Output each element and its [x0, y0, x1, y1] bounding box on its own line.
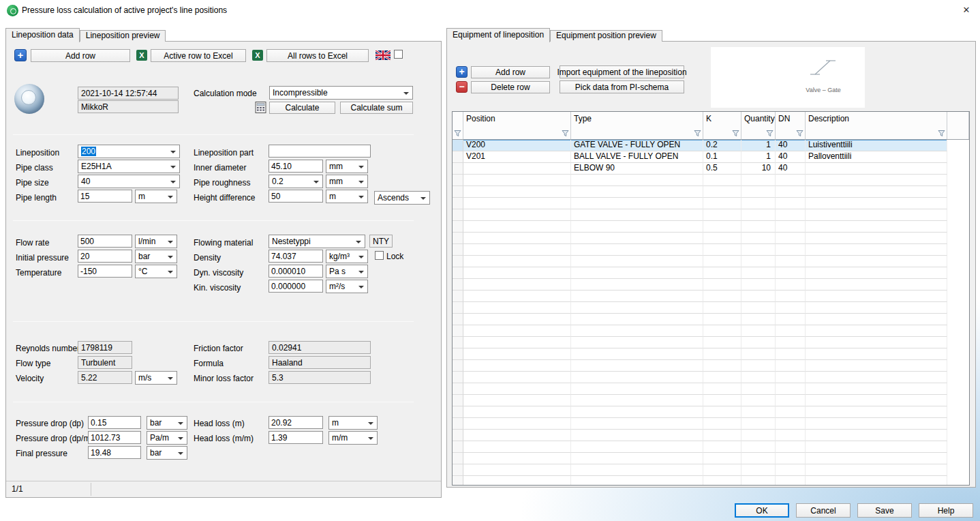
calculator-icon[interactable] — [255, 102, 266, 115]
height-difference-input[interactable] — [269, 190, 323, 203]
col-quantity[interactable]: Quantity — [741, 112, 776, 126]
import-equipment-button[interactable]: Import equipment of the lineposition — [560, 65, 684, 78]
equipment-row[interactable] — [453, 360, 947, 372]
flowing-material-combo[interactable]: Nestetyppi — [269, 235, 365, 248]
delete-row-button[interactable]: Delete row — [471, 81, 550, 93]
lineposition-part-input[interactable] — [269, 145, 371, 158]
add-row-button[interactable]: Add row — [471, 66, 550, 78]
col-description[interactable]: Description — [806, 112, 947, 126]
calculation-mode-combo[interactable]: Incompressible — [269, 86, 413, 100]
tab-lineposition-data[interactable]: Lineposition data — [5, 28, 80, 42]
col-dn[interactable]: DN — [776, 112, 806, 126]
flow-rate-unit-combo[interactable]: l/min — [135, 235, 177, 248]
filter-icon[interactable] — [938, 130, 945, 137]
equipment-row[interactable] — [453, 406, 947, 418]
pressure-drop-per-m-unit-combo[interactable]: Pa/m — [147, 431, 187, 445]
equipment-row[interactable] — [453, 453, 947, 464]
pressure-drop-per-m-input[interactable] — [88, 431, 141, 444]
dyn-viscosity-input[interactable] — [269, 265, 323, 278]
tab-equipment-position-preview[interactable]: Equipment position preview — [550, 30, 662, 42]
filter-icon[interactable] — [796, 130, 803, 137]
equipment-row[interactable] — [453, 441, 947, 453]
inner-diameter-unit-combo[interactable]: mm — [326, 160, 368, 173]
final-pressure-unit-combo[interactable]: bar — [147, 446, 187, 460]
col-type[interactable]: Type — [571, 112, 703, 126]
equipment-row[interactable] — [453, 395, 947, 406]
ok-button[interactable]: OK — [735, 503, 789, 518]
pipe-length-unit-combo[interactable]: m — [135, 190, 177, 203]
pipe-size-combo[interactable]: 40 — [78, 175, 180, 188]
equipment-row[interactable] — [453, 348, 947, 360]
calculate-button[interactable]: Calculate — [269, 102, 335, 114]
equipment-row[interactable] — [453, 383, 947, 395]
kin-viscosity-unit-combo[interactable]: m²/s — [326, 280, 368, 293]
filter-icon[interactable] — [562, 130, 569, 137]
equipment-row[interactable] — [453, 418, 947, 430]
head-loss-m-unit-combo[interactable]: m — [328, 416, 378, 430]
equipment-row[interactable] — [453, 464, 947, 476]
equipment-row[interactable] — [453, 233, 947, 244]
tab-lineposition-preview[interactable]: Lineposition preview — [80, 30, 166, 42]
pressure-drop-unit-combo[interactable]: bar — [147, 416, 187, 430]
tab-equipment-of-lineposition[interactable]: Equipment of lineposition — [446, 28, 550, 42]
calculate-sum-button[interactable]: Calculate sum — [340, 102, 413, 114]
equipment-row[interactable] — [453, 267, 947, 279]
equipment-row[interactable] — [453, 221, 947, 233]
temperature-unit-combo[interactable]: °C — [135, 265, 177, 278]
height-direction-combo[interactable]: Ascends — [374, 191, 430, 205]
equipment-row[interactable] — [453, 279, 947, 291]
temperature-input[interactable] — [78, 265, 132, 278]
equipment-row[interactable] — [453, 291, 947, 302]
head-loss-m-per-m-unit-combo[interactable]: m/m — [328, 431, 378, 445]
equipment-row[interactable] — [453, 209, 947, 221]
equipment-row[interactable]: V200GATE VALVE - FULLY OPEN0.2140Luistiv… — [453, 140, 947, 151]
add-row-button[interactable]: Add row — [31, 49, 130, 62]
final-pressure-input[interactable] — [88, 446, 141, 459]
equipment-row[interactable] — [453, 175, 947, 186]
filter-icon[interactable] — [766, 130, 774, 137]
cancel-button[interactable]: Cancel — [796, 503, 851, 518]
all-rows-to-excel-button[interactable]: All rows to Excel — [266, 49, 369, 62]
delete-row-icon[interactable]: − — [456, 81, 468, 93]
initial-pressure-unit-combo[interactable]: bar — [135, 250, 177, 263]
filter-icon[interactable] — [454, 130, 461, 137]
help-button[interactable]: Help — [919, 503, 973, 518]
language-checkbox[interactable] — [394, 50, 403, 59]
equipment-row[interactable] — [453, 186, 947, 198]
equipment-row[interactable] — [453, 302, 947, 314]
inner-diameter-input[interactable] — [269, 160, 323, 173]
pipe-roughness-combo[interactable]: 0.2 — [269, 175, 323, 188]
add-row-icon[interactable]: + — [14, 49, 27, 61]
col-position[interactable]: Position — [463, 112, 571, 126]
equipment-row[interactable] — [453, 256, 947, 267]
equipment-row[interactable] — [453, 244, 947, 256]
equipment-row[interactable] — [453, 476, 947, 486]
kin-viscosity-input[interactable] — [269, 280, 323, 293]
save-button[interactable]: Save — [857, 503, 912, 518]
active-row-to-excel-button[interactable]: Active row to Excel — [151, 49, 246, 62]
equipment-row[interactable] — [453, 325, 947, 337]
flow-rate-input[interactable] — [78, 235, 132, 248]
velocity-unit-combo[interactable]: m/s — [135, 371, 177, 385]
pipe-class-combo[interactable]: E25H1A — [78, 160, 180, 173]
density-unit-combo[interactable]: kg/m³ — [326, 250, 368, 263]
pick-data-button[interactable]: Pick data from PI-schema — [560, 80, 684, 93]
equipment-row[interactable]: ELBOW 900.51040 — [453, 163, 947, 175]
equipment-row[interactable] — [453, 372, 947, 383]
lock-checkbox[interactable] — [375, 251, 384, 260]
excel-icon[interactable]: X — [136, 50, 147, 61]
equipment-row[interactable] — [453, 337, 947, 348]
head-loss-m-input[interactable] — [269, 416, 323, 429]
density-input[interactable] — [269, 250, 323, 263]
filter-icon[interactable] — [694, 130, 701, 137]
dyn-viscosity-unit-combo[interactable]: Pa s — [326, 265, 368, 278]
equipment-row[interactable]: V201BALL VALVE - FULLY OPEN0.1140Pallove… — [453, 151, 947, 163]
pipe-roughness-unit-combo[interactable]: mm — [326, 175, 368, 188]
col-k[interactable]: K — [703, 112, 741, 126]
pressure-drop-input[interactable] — [88, 416, 141, 429]
add-row-icon[interactable]: + — [456, 66, 468, 78]
close-button[interactable]: ✕ — [958, 3, 975, 18]
excel-icon[interactable]: X — [252, 50, 263, 61]
lineposition-combo[interactable]: 200 — [78, 145, 180, 158]
equipment-row[interactable] — [453, 198, 947, 209]
